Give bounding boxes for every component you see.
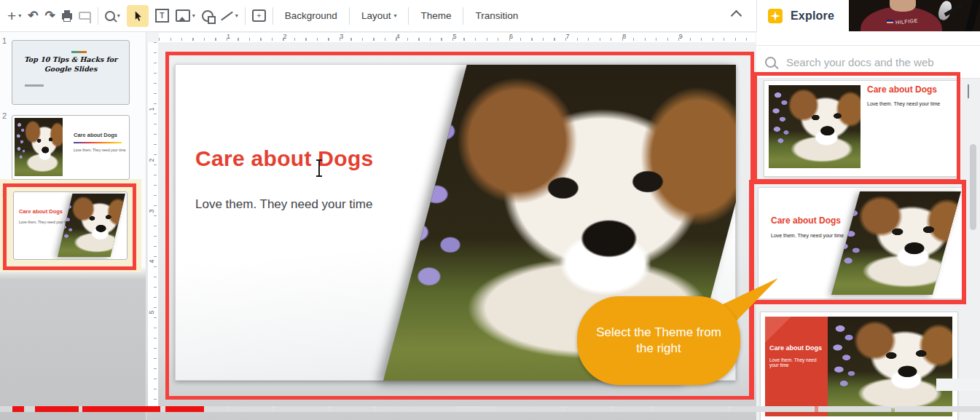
explore-title: Explore	[791, 9, 834, 23]
text-box-icon: T	[155, 9, 169, 23]
slide-title-text[interactable]: Care about Dogs	[195, 146, 374, 171]
theme-card-title: Care about Dogs	[769, 344, 822, 352]
chevron-down-icon: ▾	[117, 12, 120, 19]
chevron-down-icon: ▾	[235, 12, 238, 19]
shape-icon	[202, 10, 213, 22]
insert-comment-button[interactable]: +	[252, 9, 266, 22]
toolbar-divider	[273, 7, 273, 25]
video-scrubber[interactable]	[0, 405, 980, 413]
background-button[interactable]: Background	[280, 10, 342, 21]
theme-button[interactable]: Theme	[415, 10, 456, 21]
theme-card-subtitle: Love them. They need your time	[867, 101, 951, 106]
chevron-down-icon: ▾	[18, 12, 21, 19]
undo-button[interactable]: ↶	[28, 9, 38, 22]
thumb-title: Top 10 Tips & Hacks for Google Slides	[23, 55, 119, 74]
select-tool-button[interactable]	[127, 5, 149, 27]
callout-text: Select the Theme from the right	[596, 325, 721, 357]
puppy-art	[58, 194, 125, 257]
scrubber-segment	[206, 406, 227, 412]
puppy-art	[15, 118, 63, 176]
chevron-down-icon: ▾	[192, 12, 195, 19]
thumb-title: Care about Dogs	[74, 132, 117, 138]
insert-line-button[interactable]: ▾	[220, 10, 238, 22]
text-box-button[interactable]: T	[155, 9, 169, 23]
toolbar: + ▾ ↶ ↷ ▾ T ▾ ▾ + Background	[0, 0, 756, 32]
explore-icon	[768, 9, 783, 23]
background-label: Background	[285, 10, 337, 21]
line-icon	[220, 10, 233, 22]
undo-icon: ↶	[28, 9, 38, 22]
slide-number: 1	[2, 36, 7, 45]
chevron-down-icon: ▾	[393, 12, 396, 19]
redo-icon: ↷	[45, 9, 55, 22]
redo-button[interactable]: ↷	[45, 9, 55, 22]
scrubber-segment	[275, 406, 328, 412]
scrubber-segment	[332, 406, 373, 412]
puppy-art	[828, 317, 952, 416]
print-button[interactable]	[62, 12, 72, 20]
scrubber-segment	[565, 406, 610, 412]
shirt-logo	[887, 20, 893, 24]
puppy-photo	[831, 191, 961, 295]
ruler-vertical: 12345	[148, 42, 158, 408]
theme-card-2[interactable]: Care about Dogs Love them. They need you…	[758, 187, 963, 299]
theme-label: Theme	[420, 10, 451, 21]
webcam-overlay: HILFIGE	[849, 0, 980, 31]
collapse-toolbar-button[interactable]	[732, 12, 740, 20]
slide-thumbnail-2[interactable]: Care about Dogs Love them. They need you…	[12, 115, 130, 180]
slide-thumbnail-3[interactable]: Care about Dogs Love them. They need you…	[13, 191, 128, 260]
magnifier-icon	[105, 11, 115, 21]
layout-button[interactable]: Layout ▾	[356, 10, 402, 21]
zoom-button[interactable]: ▾	[105, 11, 120, 21]
theme-card-title: Care about Dogs	[771, 215, 841, 226]
explore-search-bar	[756, 45, 980, 79]
insert-image-button[interactable]: ▾	[176, 9, 195, 22]
plus-icon: +	[7, 8, 16, 23]
explore-panel-spacer	[756, 32, 980, 45]
scrubber-segment	[229, 406, 272, 412]
gradient-underline	[74, 142, 122, 143]
toolbar-divider	[245, 7, 246, 25]
scrubber-segment	[12, 406, 24, 412]
thumb-title: Care about Dogs	[19, 208, 63, 215]
scrubber-segment	[165, 406, 204, 412]
overlay-white-box	[936, 379, 980, 391]
search-icon	[765, 57, 776, 68]
scrubber-segment	[82, 406, 160, 412]
scrubber-segment	[731, 406, 815, 412]
slide-subtitle-text[interactable]: Love them. They need your time	[195, 197, 373, 212]
scrubber-segment	[895, 406, 980, 412]
puppy-photo	[828, 317, 952, 416]
puppy-art	[769, 85, 861, 168]
search-input[interactable]	[785, 55, 970, 69]
image-icon	[176, 9, 190, 22]
presenter-neck	[890, 0, 916, 12]
scrubber-segment	[613, 406, 651, 412]
paint-roller-icon	[79, 12, 91, 20]
scrubber-segment	[377, 406, 455, 412]
theme-card-1[interactable]: Care about Dogs Love them. They need you…	[764, 80, 959, 177]
cursor-arrow-icon	[132, 9, 144, 23]
theme-card-title: Care about Dogs	[867, 84, 937, 95]
ruler-corner	[146, 33, 159, 42]
new-slide-button[interactable]: + ▾	[7, 8, 21, 23]
scrubber-segment	[35, 406, 79, 412]
slide-thumbnail-1[interactable]: Top 10 Tips & Hacks for Google Slides	[12, 40, 130, 105]
transition-label: Transition	[475, 10, 518, 21]
callout-bubble: Select the Theme from the right	[577, 296, 740, 385]
accent-dash	[71, 51, 87, 53]
thumb-subtitle-bar	[25, 84, 44, 87]
insert-shape-button[interactable]	[202, 10, 213, 22]
paint-format-button[interactable]	[79, 12, 91, 20]
scrubber-segment	[495, 406, 561, 412]
chevron-up-icon	[731, 10, 742, 22]
theme-card-3[interactable]: Care about Dogs Love them. They need you…	[760, 312, 958, 420]
toolbar-divider	[98, 7, 98, 25]
theme-list-scrollbar[interactable]	[970, 144, 976, 230]
ruler-horizontal: 123456789	[159, 33, 756, 42]
toolbar-divider	[408, 7, 409, 25]
transition-button[interactable]: Transition	[470, 10, 523, 21]
layout-label: Layout	[361, 10, 391, 21]
scrubber-segment	[818, 406, 891, 412]
scroll-up-icon[interactable]	[968, 86, 969, 99]
